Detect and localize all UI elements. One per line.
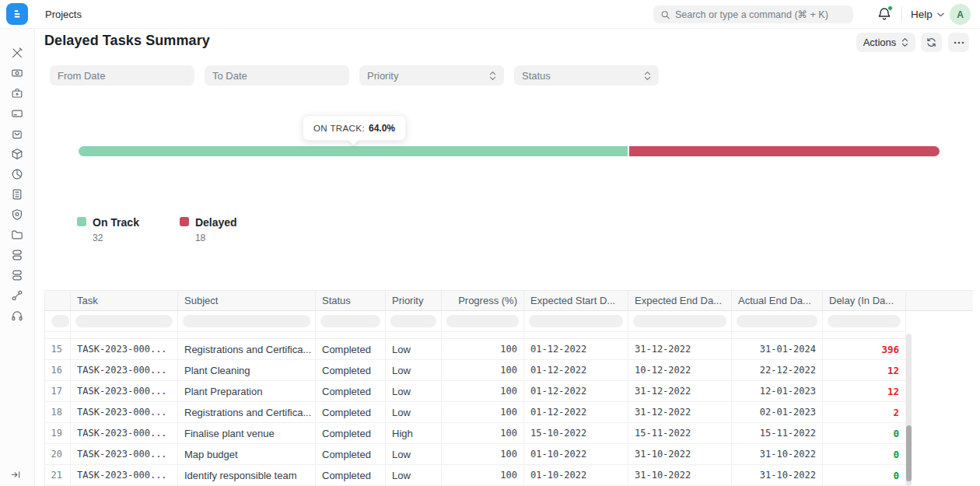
table-scrollbar-track[interactable] [906, 334, 912, 486]
table-header-row: Task Subject Status Priority Progress (%… [45, 290, 973, 311]
cell-expected-start: 01-10-2022 [524, 444, 628, 465]
cell-task[interactable]: TASK-2023-000... [71, 381, 178, 402]
table-row[interactable]: 20 TASK-2023-000... Map budget Completed… [45, 444, 973, 465]
table-scrollbar-thumb[interactable] [906, 425, 912, 481]
sidebar-item-quality[interactable] [7, 208, 27, 221]
actions-button[interactable]: Actions [856, 33, 915, 52]
table-row[interactable]: 15 TASK-2023-000... Registrations and Ce… [45, 339, 973, 360]
subject-filter-input[interactable] [183, 315, 310, 327]
sidebar-item-analytics[interactable] [7, 168, 27, 180]
row-number: 19 [45, 423, 71, 444]
sidebar-item-payments[interactable] [7, 67, 27, 79]
cell-task[interactable]: TASK-2023-000... [71, 402, 178, 423]
sidebar-item-selling[interactable] [7, 128, 27, 140]
actual-end-filter-input[interactable] [737, 315, 817, 327]
col-header-rownum[interactable] [45, 290, 71, 311]
col-header-expected-end[interactable]: Expected End Da... [628, 290, 732, 311]
table-row[interactable]: 14 TASK-2023-000... [45, 332, 973, 339]
cell-status: Completed [316, 381, 386, 402]
status-filter[interactable]: Status [514, 65, 659, 86]
cell-task[interactable]: TASK-2023-000... [71, 360, 178, 381]
package-icon [11, 148, 23, 160]
table-row[interactable]: 21 TASK-2023-000... Identify responsible… [45, 465, 973, 486]
col-header-priority[interactable]: Priority [386, 290, 442, 311]
sidebar-item-build[interactable] [7, 47, 27, 59]
from-date-input[interactable] [58, 70, 187, 82]
col-header-progress[interactable]: Progress (%) [442, 290, 524, 311]
col-header-status[interactable]: Status [316, 290, 386, 311]
sidebar-item-expenses[interactable] [7, 107, 27, 120]
cell-delay: 12 [823, 360, 906, 381]
table-row[interactable]: 17 TASK-2023-000... Plant Preparation Co… [45, 381, 973, 402]
sidebar-item-assets[interactable] [7, 249, 27, 261]
sidebar-item-accounting[interactable] [7, 188, 27, 201]
filter-cell-delay [823, 311, 906, 332]
legend-item-delayed: Delayed 18 [180, 215, 237, 243]
app-logo[interactable] [6, 3, 28, 25]
sidebar-item-integrations[interactable] [7, 289, 27, 302]
table-row[interactable]: 16 TASK-2023-000... Plant Cleaning Compl… [45, 360, 973, 381]
status-filter-input[interactable] [320, 315, 380, 327]
cell-priority: High [386, 423, 442, 444]
cell-expected-start: 01-12-2022 [524, 339, 628, 360]
global-search[interactable] [653, 5, 853, 23]
cell-task[interactable]: TASK-2023-000... [71, 465, 178, 486]
avatar[interactable]: A [950, 4, 971, 25]
cell-task[interactable]: TASK-2023-000... [71, 332, 178, 339]
more-options-button[interactable] [948, 33, 969, 52]
navbar-divider [901, 6, 902, 23]
col-header-actual-end[interactable]: Actual End Da... [732, 290, 823, 311]
expected-end-filter-input[interactable] [633, 315, 726, 327]
cell-expected-end: 15-11-2022 [628, 423, 732, 444]
partial-row-clip: 14 TASK-2023-000... [45, 332, 973, 339]
cell-priority: Low [386, 381, 442, 402]
priority-filter[interactable]: Priority [359, 65, 504, 86]
cell-actual-end: 31-10-2022 [732, 444, 823, 465]
integrations-icon [11, 289, 23, 302]
sidebar-item-stock[interactable] [7, 148, 27, 160]
sidebar-item-support[interactable] [7, 309, 27, 322]
row-number: 16 [45, 360, 71, 381]
card-icon [11, 107, 23, 120]
breadcrumb[interactable]: Projects [45, 0, 82, 29]
legend-item-on-track: On Track 32 [77, 215, 139, 243]
delay-filter-input[interactable] [828, 315, 901, 327]
col-header-delay[interactable]: Delay (In Da... [823, 290, 906, 311]
cell-subject: Plant Cleaning [178, 360, 316, 381]
cell-delay: 12 [823, 381, 906, 402]
on-track-segment[interactable] [79, 146, 629, 156]
col-header-expected-start[interactable]: Expected Start D... [524, 290, 628, 311]
cell-task[interactable]: TASK-2023-000... [71, 339, 178, 360]
table-row[interactable]: 19 TASK-2023-000... Finalise plant venue… [45, 423, 973, 444]
top-navbar: Projects Help A [0, 0, 980, 29]
col-header-task[interactable]: Task [71, 290, 178, 311]
rownum-filter-input[interactable] [51, 315, 69, 327]
filter-cell-rownum [45, 311, 71, 332]
expand-sidebar-button[interactable] [10, 469, 22, 481]
page-title: Delayed Tasks Summary [44, 33, 210, 49]
cell-task[interactable]: TASK-2023-000... [71, 423, 178, 444]
to-date-filter[interactable] [205, 65, 349, 86]
priority-filter-input[interactable] [390, 315, 436, 327]
task-filter-input[interactable] [75, 315, 173, 327]
row-number: 18 [45, 402, 71, 423]
col-header-subject[interactable]: Subject [178, 290, 316, 311]
to-date-input[interactable] [212, 70, 341, 82]
building-icon [11, 188, 23, 201]
from-date-filter[interactable] [50, 65, 194, 86]
table-row[interactable]: 18 TASK-2023-000... Registrations and Ce… [45, 402, 973, 423]
sidebar-item-hr[interactable] [7, 87, 27, 100]
search-input[interactable] [675, 9, 846, 20]
help-menu[interactable]: Help [911, 0, 944, 29]
refresh-button[interactable] [921, 33, 942, 52]
cell-filler [906, 465, 973, 486]
progress-filter-input[interactable] [446, 315, 519, 327]
cell-task[interactable]: TASK-2023-000... [71, 444, 178, 465]
sidebar-item-projects[interactable] [7, 229, 27, 241]
notifications-button[interactable] [877, 7, 891, 21]
filter-cell-status [316, 311, 386, 332]
sidebar-item-manufacturing[interactable] [7, 269, 27, 281]
expected-start-filter-input[interactable] [529, 315, 623, 327]
delayed-segment[interactable] [629, 146, 940, 156]
cell-subject: Registrations and Certifica... [178, 402, 316, 423]
